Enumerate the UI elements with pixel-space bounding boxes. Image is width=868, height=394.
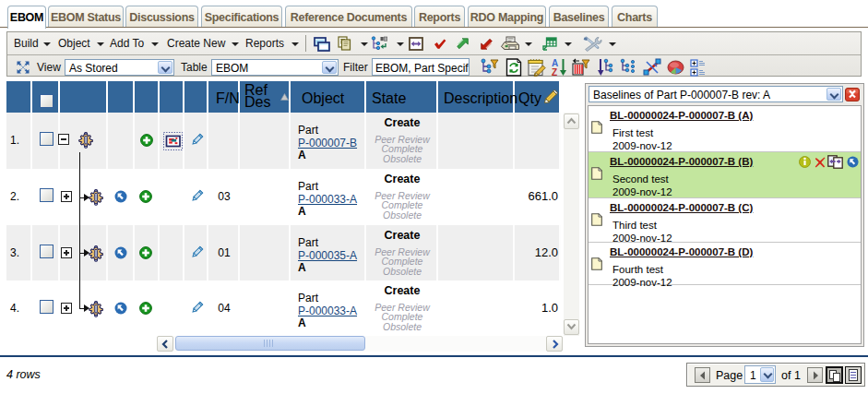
svg-text:Z: Z [552, 67, 557, 77]
